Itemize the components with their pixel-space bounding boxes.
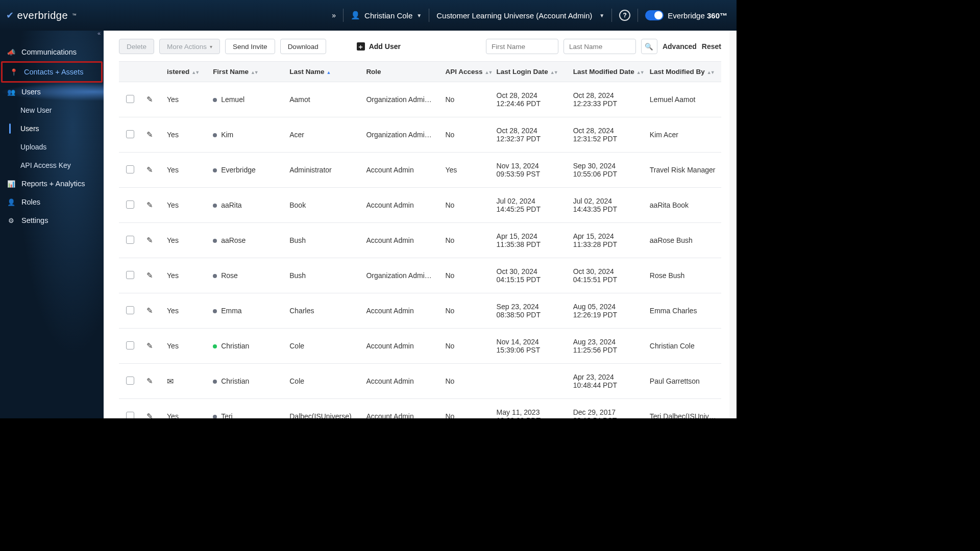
cell-login: Jul 02, 2024 14:45:25 PDT	[492, 188, 568, 223]
advanced-link[interactable]: Advanced	[663, 42, 697, 51]
table-row: ✎ Yes Lemuel Aamot Organization Admin - …	[119, 82, 721, 117]
sidebar-label: Contacts + Assets	[24, 68, 83, 76]
col-modified-by[interactable]: Last Modified By▲▼	[645, 62, 721, 82]
user-icon: 👤	[351, 11, 360, 20]
brand-logo: ✔ everbridge™	[6, 10, 77, 21]
brand-text: everbridge	[17, 10, 68, 21]
scrollbar[interactable]	[729, 31, 737, 418]
product-toggle[interactable]: Everbridge 360™	[645, 10, 727, 20]
sidebar-sub-label: Uploads	[20, 143, 46, 151]
sidebar-sub-uploads[interactable]: Uploads	[0, 138, 104, 156]
row-checkbox[interactable]	[126, 306, 134, 314]
cell-role: Account Admin	[361, 364, 440, 399]
cell-registered: Yes	[162, 223, 208, 258]
status-dot-icon	[213, 239, 217, 243]
table-row: ✎ Yes aaRita Book Account Admin No Jul 0…	[119, 188, 721, 223]
more-actions-button[interactable]: More Actions	[159, 39, 220, 54]
status-dot-icon	[213, 415, 217, 418]
user-menu[interactable]: 👤 Christian Cole ▼	[351, 11, 422, 20]
cell-modified: Aug 05, 2024 12:26:19 PDT	[568, 293, 645, 329]
help-icon[interactable]: ?	[619, 10, 630, 21]
col-last-login[interactable]: Last Login Date▲▼	[492, 62, 568, 82]
table-row: ✎ Yes Teri Dalbec(ISUniverse) Account Ad…	[119, 399, 721, 419]
send-invite-button[interactable]: Send Invite	[225, 39, 275, 54]
cell-modified: Oct 28, 2024 12:23:33 PDT	[568, 82, 645, 117]
last-name-input[interactable]	[564, 39, 636, 54]
search-button[interactable]: 🔍	[641, 39, 657, 54]
edit-icon[interactable]: ✎	[146, 306, 153, 315]
cell-first-name: aaRose	[208, 223, 284, 258]
col-last-modified[interactable]: Last Modified Date▲▼	[568, 62, 645, 82]
cell-api: Yes	[440, 153, 492, 188]
cell-modified: Apr 15, 2024 11:33:28 PDT	[568, 223, 645, 258]
cell-last-name: Cole	[284, 329, 361, 364]
row-checkbox[interactable]	[126, 271, 134, 279]
status-dot-icon	[213, 204, 217, 208]
table-row: ✎ Yes Everbridge Administrator Account A…	[119, 153, 721, 188]
map-pin-icon: 📍	[10, 68, 18, 76]
cell-registered: Yes	[162, 329, 208, 364]
sidebar-sub-api-key[interactable]: API Access Key	[0, 156, 104, 174]
sidebar-item-roles[interactable]: 👤 Roles	[0, 193, 104, 211]
expand-icon[interactable]: »	[332, 11, 336, 19]
sidebar-sub-users[interactable]: Users	[0, 119, 104, 138]
cell-modified: Aug 23, 2024 11:25:56 PDT	[568, 329, 645, 364]
toggle-switch[interactable]	[645, 10, 664, 20]
table-row: ✎ Yes Christian Cole Account Admin No No…	[119, 329, 721, 364]
col-api-access[interactable]: API Access▲▼	[440, 62, 492, 82]
gear-icon: ⚙	[7, 217, 15, 224]
row-checkbox[interactable]	[126, 95, 134, 103]
edit-icon[interactable]: ✎	[146, 201, 153, 209]
cell-last-name: Bush	[284, 223, 361, 258]
sidebar-item-reports[interactable]: 📊 Reports + Analytics	[0, 174, 104, 193]
download-button[interactable]: Download	[280, 39, 326, 54]
row-checkbox[interactable]	[126, 165, 134, 173]
cell-first-name: aaRita	[208, 188, 284, 223]
col-registered[interactable]: istered▲▼	[162, 62, 208, 82]
col-last-name[interactable]: Last Name▲	[284, 62, 361, 82]
sidebar-item-settings[interactable]: ⚙ Settings	[0, 211, 104, 230]
row-checkbox[interactable]	[126, 201, 134, 209]
edit-icon[interactable]: ✎	[146, 377, 153, 385]
cell-api: No	[440, 258, 492, 293]
row-checkbox[interactable]	[126, 130, 134, 138]
col-first-name[interactable]: First Name▲▼	[208, 62, 284, 82]
col-role[interactable]: Role	[361, 62, 440, 82]
edit-icon[interactable]: ✎	[146, 236, 153, 244]
sidebar-label: Roles	[21, 198, 40, 206]
bullhorn-icon: 📣	[7, 48, 15, 56]
cell-api: No	[440, 117, 492, 153]
add-user-label: Add User	[369, 42, 401, 51]
cell-registered: Yes	[162, 153, 208, 188]
cell-modified-by: Christian Cole	[645, 329, 721, 364]
main-content: Delete More Actions Send Invite Download…	[104, 31, 737, 418]
delete-button[interactable]: Delete	[119, 39, 154, 54]
edit-icon[interactable]: ✎	[146, 412, 153, 418]
row-checkbox[interactable]	[126, 412, 134, 419]
edit-icon[interactable]: ✎	[146, 95, 153, 104]
add-user-button[interactable]: ＋ Add User	[357, 42, 401, 51]
sidebar-label: Communications	[21, 48, 77, 56]
edit-icon[interactable]: ✎	[146, 271, 153, 280]
cell-first-name: Christian	[208, 329, 284, 364]
users-table: istered▲▼ First Name▲▼ Last Name▲ Role A…	[119, 61, 721, 418]
product-label: Everbridge 360™	[668, 11, 727, 20]
reset-link[interactable]: Reset	[702, 42, 721, 51]
sidebar-item-communications[interactable]: 📣 Communications	[0, 43, 104, 61]
cell-api: No	[440, 293, 492, 329]
first-name-input[interactable]	[486, 39, 558, 54]
row-checkbox[interactable]	[126, 377, 134, 385]
edit-icon[interactable]: ✎	[146, 130, 153, 139]
sidebar-sub-new-user[interactable]: New User	[0, 101, 104, 119]
edit-icon[interactable]: ✎	[146, 165, 153, 174]
row-checkbox[interactable]	[126, 341, 134, 349]
chevron-down-icon: ▼	[416, 13, 422, 18]
cell-login: Oct 28, 2024 12:32:37 PDT	[492, 117, 568, 153]
sidebar-item-users[interactable]: 👥 Users	[0, 83, 104, 101]
cell-first-name: Kim	[208, 117, 284, 153]
collapse-sidebar-icon[interactable]: «	[93, 28, 105, 39]
row-checkbox[interactable]	[126, 236, 134, 244]
edit-icon[interactable]: ✎	[146, 341, 153, 350]
account-menu[interactable]: Customer Learning Universe (Account Admi…	[436, 11, 604, 20]
sidebar-item-contacts-assets[interactable]: 📍 Contacts + Assets	[1, 61, 103, 83]
